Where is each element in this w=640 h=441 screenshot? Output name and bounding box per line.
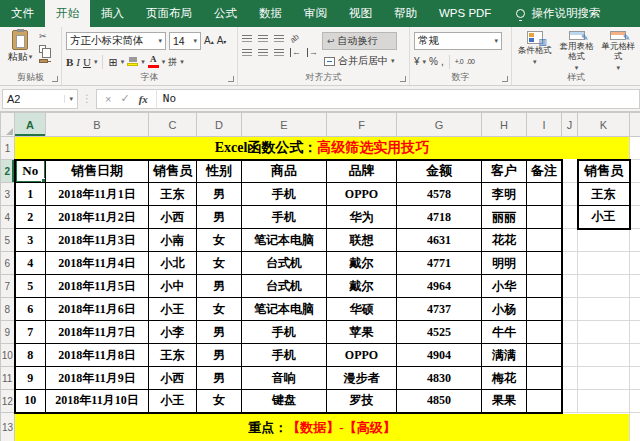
- cell[interactable]: [527, 344, 562, 367]
- column-header[interactable]: D: [197, 113, 242, 137]
- criteria-header-cell[interactable]: 销售员: [578, 160, 630, 183]
- column-header[interactable]: [630, 113, 640, 137]
- align-right-icon[interactable]: [274, 49, 284, 50]
- cell[interactable]: 男: [197, 367, 242, 390]
- column-header[interactable]: J: [562, 113, 578, 137]
- cell[interactable]: OPPO: [327, 183, 397, 206]
- cell[interactable]: [630, 183, 640, 206]
- cell[interactable]: 罗技: [327, 390, 397, 413]
- cell[interactable]: 7: [15, 321, 46, 344]
- cell[interactable]: 华硕: [327, 298, 397, 321]
- cell[interactable]: 男: [197, 275, 242, 298]
- cell[interactable]: 手机: [242, 183, 327, 206]
- column-header[interactable]: F: [327, 113, 397, 137]
- cell[interactable]: 手机: [242, 321, 327, 344]
- cell[interactable]: [630, 367, 640, 390]
- cancel-icon[interactable]: ×: [105, 93, 111, 105]
- ribbon-tab[interactable]: 视图: [338, 0, 383, 27]
- bold-button[interactable]: B: [66, 55, 73, 69]
- phonetic-guide-icon[interactable]: 拼: [168, 55, 177, 69]
- row-header[interactable]: 4: [1, 206, 15, 229]
- cell[interactable]: [562, 298, 578, 321]
- cell[interactable]: 4830: [397, 367, 482, 390]
- cell[interactable]: 6: [15, 298, 46, 321]
- cell[interactable]: 2018年11月5日: [46, 275, 149, 298]
- ribbon-tab[interactable]: 页面布局: [135, 0, 203, 27]
- cell[interactable]: [630, 206, 640, 229]
- cell[interactable]: [562, 160, 578, 183]
- column-header[interactable]: B: [46, 113, 149, 137]
- footer-cell[interactable]: 重点：【数据】-【高级】: [15, 413, 630, 441]
- cell[interactable]: OPPO: [327, 344, 397, 367]
- cell[interactable]: [527, 183, 562, 206]
- italic-button[interactable]: I: [76, 55, 80, 69]
- cell[interactable]: 李明: [482, 183, 527, 206]
- header-cell[interactable]: 性别: [197, 160, 242, 183]
- cell[interactable]: 男: [197, 321, 242, 344]
- cell[interactable]: 手机: [242, 344, 327, 367]
- cell[interactable]: 2018年11月3日: [46, 229, 149, 252]
- ribbon-tab[interactable]: 帮助: [383, 0, 428, 27]
- cell[interactable]: 4904: [397, 344, 482, 367]
- cell[interactable]: 联想: [327, 229, 397, 252]
- cell[interactable]: [630, 160, 640, 183]
- column-header[interactable]: G: [397, 113, 482, 137]
- cut-icon[interactable]: ✂: [39, 32, 48, 41]
- align-left-icon[interactable]: [242, 49, 252, 50]
- cell[interactable]: 小南: [149, 229, 197, 252]
- cell[interactable]: 4578: [397, 183, 482, 206]
- increase-font-size-icon[interactable]: A▴: [204, 35, 214, 46]
- cell[interactable]: [630, 137, 640, 160]
- cell[interactable]: [630, 229, 640, 252]
- cell[interactable]: [562, 390, 578, 413]
- ribbon-tab[interactable]: 数据: [248, 0, 293, 27]
- cell[interactable]: 牛牛: [482, 321, 527, 344]
- cell[interactable]: 音响: [242, 367, 327, 390]
- row-header[interactable]: 12: [1, 390, 15, 413]
- cell[interactable]: 9: [15, 367, 46, 390]
- font-name-select[interactable]: 方正小标宋简体▾: [66, 32, 166, 50]
- ribbon-tab[interactable]: 文件: [0, 0, 45, 27]
- cell[interactable]: 王东: [149, 183, 197, 206]
- decrease-indent-icon[interactable]: ←: [290, 48, 301, 57]
- cell[interactable]: 2018年11月6日: [46, 298, 149, 321]
- formula-input[interactable]: No: [156, 89, 640, 109]
- cell[interactable]: 4525: [397, 321, 482, 344]
- header-cell[interactable]: No: [15, 160, 46, 183]
- percent-style-icon[interactable]: %: [429, 56, 438, 67]
- cell[interactable]: 台式机: [242, 275, 327, 298]
- row-header[interactable]: 8: [1, 298, 15, 321]
- dialog-launcher-icon[interactable]: [228, 76, 234, 82]
- row-header[interactable]: 9: [1, 321, 15, 344]
- paste-button[interactable]: 粘贴▾: [4, 30, 36, 65]
- dialog-launcher-icon[interactable]: [502, 76, 508, 82]
- fill-color-icon[interactable]: [127, 57, 138, 66]
- column-header[interactable]: E: [242, 113, 327, 137]
- header-cell[interactable]: 品牌: [327, 160, 397, 183]
- cell[interactable]: 小华: [482, 275, 527, 298]
- cell[interactable]: [630, 298, 640, 321]
- cell[interactable]: 小王: [149, 298, 197, 321]
- cell[interactable]: [578, 367, 630, 390]
- cell[interactable]: 台式机: [242, 252, 327, 275]
- cell[interactable]: [527, 298, 562, 321]
- criteria-cell[interactable]: 王东: [578, 183, 630, 206]
- decrease-font-size-icon[interactable]: A▾: [217, 35, 227, 46]
- cell[interactable]: 女: [197, 298, 242, 321]
- cell[interactable]: 满满: [482, 344, 527, 367]
- cell[interactable]: 4: [15, 252, 46, 275]
- row-header[interactable]: 2: [1, 160, 15, 183]
- cell[interactable]: 笔记本电脑: [242, 298, 327, 321]
- ribbon-tab[interactable]: 插入: [90, 0, 135, 27]
- column-header[interactable]: K: [578, 113, 630, 137]
- criteria-cell[interactable]: 小王: [578, 206, 630, 229]
- cell[interactable]: 花花: [482, 229, 527, 252]
- borders-icon[interactable]: ⊞: [108, 55, 117, 69]
- select-all-button[interactable]: [1, 113, 15, 137]
- cell[interactable]: 小杨: [482, 298, 527, 321]
- cell[interactable]: 8: [15, 344, 46, 367]
- cell[interactable]: 戴尔: [327, 275, 397, 298]
- insert-function-icon[interactable]: fx: [139, 93, 148, 105]
- cell[interactable]: [562, 183, 578, 206]
- cell[interactable]: [527, 206, 562, 229]
